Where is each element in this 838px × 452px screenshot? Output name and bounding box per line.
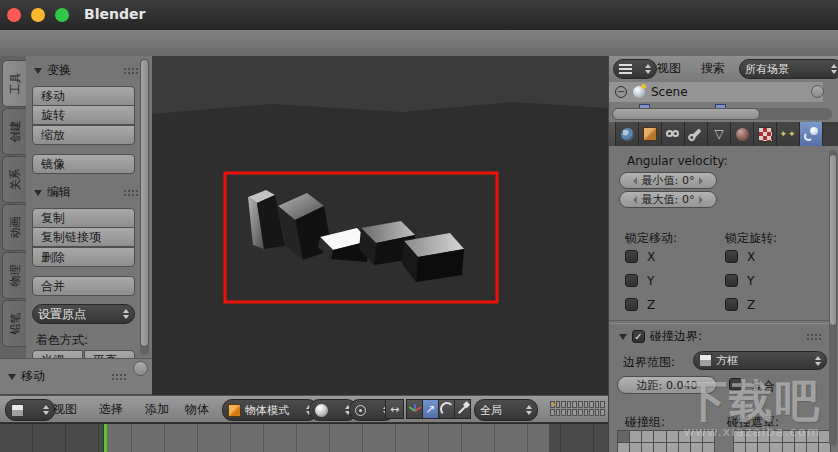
- shelf-tab-animation[interactable]: 动画: [2, 204, 27, 251]
- panel-drag-grip-icon[interactable]: [123, 67, 138, 74]
- set-origin-dropdown[interactable]: 设置原点: [32, 304, 135, 324]
- shelf-tab-tools[interactable]: 工具: [2, 60, 27, 107]
- tab-data-icon[interactable]: ▽: [708, 122, 731, 146]
- layer-cell[interactable]: [567, 409, 572, 416]
- button-translate[interactable]: 移动: [32, 86, 135, 106]
- manipulator-translate-button[interactable]: ↗: [422, 399, 439, 419]
- lock-rotation-x-checkbox[interactable]: [725, 250, 738, 263]
- manipulate-centers-toggle[interactable]: ↔: [385, 399, 404, 419]
- tab-modifiers-icon[interactable]: [685, 122, 708, 146]
- lock-translation-y-checkbox[interactable]: [625, 274, 638, 287]
- current-frame-marker[interactable]: [103, 424, 107, 452]
- tool-shelf-scrollbar[interactable]: [140, 59, 149, 355]
- tab-material-icon[interactable]: [731, 122, 754, 146]
- shelf-tab-create[interactable]: 创建: [2, 108, 27, 155]
- lock-rotation-z-checkbox[interactable]: [725, 298, 738, 311]
- shelf-tab-relations[interactable]: 关系: [2, 156, 27, 203]
- layer-cell[interactable]: [550, 401, 555, 408]
- mode-dropdown[interactable]: 物体模式: [222, 399, 318, 421]
- scrollbar-cap[interactable]: [133, 361, 148, 376]
- outliner-menu-view[interactable]: 视图: [651, 58, 687, 78]
- outliner-filter-dropdown[interactable]: 所有场景: [739, 59, 838, 79]
- layer-cell[interactable]: [595, 409, 600, 416]
- button-delete[interactable]: 删除: [32, 247, 135, 267]
- compound-checkbox[interactable]: [729, 378, 742, 391]
- scrollbar-thumb[interactable]: [829, 154, 837, 326]
- lock-translation-z-checkbox[interactable]: [625, 298, 638, 311]
- panel-header-transform[interactable]: 变换: [34, 62, 138, 79]
- scrollbar-thumb[interactable]: [140, 59, 149, 347]
- scrollbar-thumb[interactable]: [612, 108, 760, 120]
- manipulator-rotate-button[interactable]: [438, 399, 455, 419]
- layer-cell[interactable]: [572, 409, 577, 416]
- angular-velocity-max-slider[interactable]: 最大值: 0°: [619, 191, 717, 208]
- layer-cell[interactable]: [561, 409, 566, 416]
- layer-cell[interactable]: [572, 401, 577, 408]
- lock-rotation-y-checkbox[interactable]: [725, 274, 738, 287]
- panel-drag-grip-icon[interactable]: [806, 333, 821, 340]
- menu-object[interactable]: 物体: [180, 399, 214, 419]
- timeline[interactable]: [0, 423, 608, 452]
- outliner-restrict-toggle[interactable]: [811, 85, 824, 98]
- collision-group-grid[interactable]: [617, 430, 714, 452]
- layer-cell[interactable]: [584, 401, 589, 408]
- shelf-tab-grease-pencil[interactable]: 铅笔: [2, 300, 27, 347]
- angular-velocity-min-slider[interactable]: 最小值: 0°: [619, 172, 717, 189]
- 3d-viewport[interactable]: [152, 56, 608, 395]
- manipulator-scale-button[interactable]: [454, 399, 471, 419]
- collision-mask-grid[interactable]: [733, 430, 830, 452]
- collapse-icon[interactable]: −: [615, 86, 627, 98]
- outliner-hscrollbar[interactable]: [612, 108, 832, 120]
- menu-add[interactable]: 添加: [140, 399, 174, 419]
- tab-object-icon[interactable]: [639, 122, 662, 146]
- layer-cell[interactable]: [589, 401, 594, 408]
- button-rotate[interactable]: 旋转: [32, 105, 135, 125]
- layer-cell[interactable]: [578, 401, 583, 408]
- lock-translation-x-checkbox[interactable]: [625, 250, 638, 263]
- layer-cell[interactable]: [556, 401, 561, 408]
- manipulator-axis-button[interactable]: [406, 399, 423, 419]
- margin-slider[interactable]: 边距: 0.040: [617, 376, 717, 394]
- transform-orientation-dropdown[interactable]: 全局: [474, 399, 538, 421]
- layer-cell[interactable]: [600, 409, 605, 416]
- bounds-dropdown[interactable]: 方框: [693, 351, 827, 370]
- shelf-tab-physics[interactable]: 物理: [2, 252, 27, 299]
- menu-select[interactable]: 选择: [94, 399, 128, 419]
- tab-render-icon[interactable]: [609, 122, 616, 146]
- layer-cell[interactable]: [584, 409, 589, 416]
- minimize-window-button[interactable]: [31, 8, 45, 22]
- button-scale[interactable]: 缩放: [32, 125, 135, 145]
- layer-cell[interactable]: [556, 409, 561, 416]
- tab-texture-icon[interactable]: [754, 122, 777, 146]
- button-mirror[interactable]: 镜像: [32, 154, 135, 174]
- button-shade-flat[interactable]: 平直: [84, 350, 135, 358]
- layer-cell[interactable]: [600, 401, 605, 408]
- button-shade-smooth[interactable]: 光滑: [32, 350, 83, 358]
- layer-cell[interactable]: [561, 401, 566, 408]
- panel-drag-grip-icon[interactable]: [123, 189, 138, 196]
- button-join[interactable]: 合并: [32, 276, 135, 296]
- outliner-menu-search[interactable]: 搜索: [695, 58, 731, 78]
- domino-5[interactable]: [402, 233, 464, 282]
- layer-cell[interactable]: [567, 401, 572, 408]
- collision-bounds-checkbox[interactable]: ✓: [632, 330, 645, 343]
- menu-view[interactable]: 视图: [48, 399, 82, 419]
- tab-particles-icon[interactable]: ✦✦: [777, 122, 800, 146]
- properties-scrollbar[interactable]: [829, 150, 837, 446]
- layer-cell[interactable]: [550, 409, 555, 416]
- layer-cell[interactable]: [589, 409, 594, 416]
- panel-header-edit[interactable]: 编辑: [34, 184, 138, 201]
- layer-cell[interactable]: [595, 401, 600, 408]
- layers-widget[interactable]: [550, 401, 605, 416]
- tab-physics-icon[interactable]: [800, 122, 823, 146]
- outliner-scene-row[interactable]: − Scene: [609, 82, 823, 102]
- tab-constraints-icon[interactable]: [662, 122, 685, 146]
- layer-cell[interactable]: [578, 409, 583, 416]
- collision-group-cell[interactable]: [702, 442, 715, 452]
- button-duplicate[interactable]: 复制: [32, 208, 135, 228]
- tab-world-icon[interactable]: [616, 122, 639, 146]
- maximize-window-button[interactable]: [55, 8, 69, 22]
- collision-bounds-panel-header[interactable]: ✓ 碰撞边界:: [619, 328, 821, 345]
- button-duplicate-linked[interactable]: 复制链接项: [32, 227, 135, 247]
- panel-drag-grip-icon[interactable]: [111, 373, 126, 380]
